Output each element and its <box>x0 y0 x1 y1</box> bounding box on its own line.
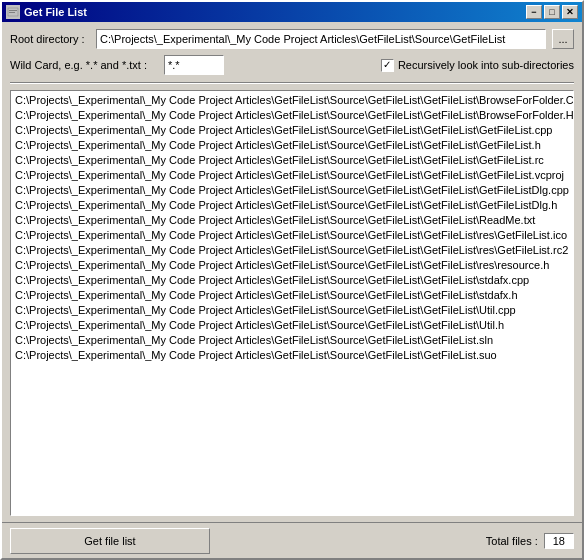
title-bar: Get File List − □ ✕ <box>2 2 582 22</box>
wildcard-row: Wild Card, e.g. *.* and *.txt : ✓ Recurs… <box>10 54 574 76</box>
get-file-list-button[interactable]: Get file list <box>10 528 210 554</box>
separator <box>10 82 574 84</box>
list-item: C:\Projects\_Experimental\_My Code Proje… <box>15 138 569 153</box>
close-button[interactable]: ✕ <box>562 5 578 19</box>
list-item: C:\Projects\_Experimental\_My Code Proje… <box>15 333 569 348</box>
minimize-button[interactable]: − <box>526 5 542 19</box>
title-bar-left: Get File List <box>6 5 87 19</box>
file-list-container[interactable]: C:\Projects\_Experimental\_My Code Proje… <box>10 90 574 516</box>
wildcard-input[interactable] <box>164 55 224 75</box>
list-item: C:\Projects\_Experimental\_My Code Proje… <box>15 198 569 213</box>
list-item: C:\Projects\_Experimental\_My Code Proje… <box>15 288 569 303</box>
browse-button[interactable]: ... <box>552 29 574 49</box>
window-icon <box>6 5 20 19</box>
list-item: C:\Projects\_Experimental\_My Code Proje… <box>15 108 569 123</box>
maximize-button[interactable]: □ <box>544 5 560 19</box>
list-item: C:\Projects\_Experimental\_My Code Proje… <box>15 243 569 258</box>
checkbox-area: ✓ Recursively look into sub-directories <box>381 59 574 72</box>
bottom-bar: Get file list Total files : 18 <box>2 522 582 558</box>
root-dir-input[interactable] <box>96 29 546 49</box>
svg-rect-2 <box>9 12 15 13</box>
list-item: C:\Projects\_Experimental\_My Code Proje… <box>15 318 569 333</box>
total-files-value: 18 <box>544 533 574 549</box>
recursive-checkbox[interactable]: ✓ <box>381 59 394 72</box>
list-item: C:\Projects\_Experimental\_My Code Proje… <box>15 348 569 363</box>
recursive-label: Recursively look into sub-directories <box>398 59 574 71</box>
list-item: C:\Projects\_Experimental\_My Code Proje… <box>15 303 569 318</box>
checkbox-check-mark: ✓ <box>383 60 391 70</box>
list-item: C:\Projects\_Experimental\_My Code Proje… <box>15 228 569 243</box>
window-title: Get File List <box>24 6 87 18</box>
wildcard-label: Wild Card, e.g. *.* and *.txt : <box>10 59 158 71</box>
list-item: C:\Projects\_Experimental\_My Code Proje… <box>15 213 569 228</box>
list-item: C:\Projects\_Experimental\_My Code Proje… <box>15 153 569 168</box>
list-item: C:\Projects\_Experimental\_My Code Proje… <box>15 168 569 183</box>
window-content: Root directory : ... Wild Card, e.g. *.*… <box>2 22 582 522</box>
list-item: C:\Projects\_Experimental\_My Code Proje… <box>15 93 569 108</box>
svg-rect-1 <box>9 10 17 11</box>
root-dir-row: Root directory : ... <box>10 28 574 50</box>
root-dir-label: Root directory : <box>10 33 90 45</box>
list-item: C:\Projects\_Experimental\_My Code Proje… <box>15 258 569 273</box>
total-files-area: Total files : 18 <box>486 533 574 549</box>
list-item: C:\Projects\_Experimental\_My Code Proje… <box>15 123 569 138</box>
list-item: C:\Projects\_Experimental\_My Code Proje… <box>15 183 569 198</box>
main-window: Get File List − □ ✕ Root directory : ...… <box>0 0 584 560</box>
title-buttons: − □ ✕ <box>526 5 578 19</box>
list-item: C:\Projects\_Experimental\_My Code Proje… <box>15 273 569 288</box>
total-files-label: Total files : <box>486 535 538 547</box>
